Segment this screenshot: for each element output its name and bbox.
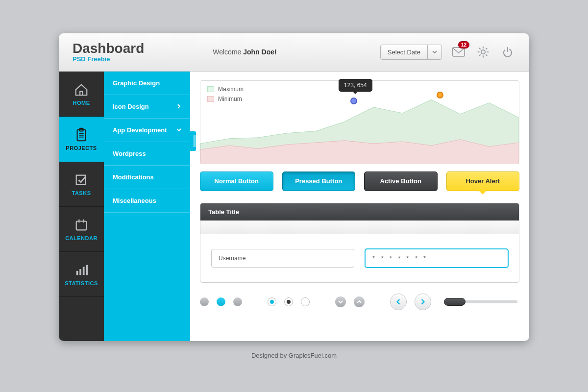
chevron-right-icon xyxy=(176,104,181,109)
radio-dark[interactable] xyxy=(284,297,293,306)
date-select[interactable]: Select Date xyxy=(380,45,442,60)
submenu-item-wordpress[interactable]: Wordpress xyxy=(104,142,190,166)
submenu-item-miscellaneous[interactable]: Miscellaneous xyxy=(104,189,190,213)
pager-dot-active[interactable] xyxy=(217,297,225,306)
chevron-left-icon xyxy=(395,299,401,305)
home-icon xyxy=(74,82,89,97)
svg-line-9 xyxy=(479,54,481,56)
chart-svg xyxy=(200,81,519,165)
panel-title: Table Title xyxy=(200,203,519,220)
nav-item-tasks[interactable]: TASKS xyxy=(59,162,104,207)
table-panel: Table Title Username * * * * * * * xyxy=(200,203,519,283)
brand-subtitle: PSD Freebie xyxy=(73,55,144,63)
body: HOME PROJECTS TASKS CALENDAR STATISTICS … xyxy=(59,72,529,341)
nav-item-calendar[interactable]: CALENDAR xyxy=(59,207,104,252)
svg-rect-17 xyxy=(76,221,87,230)
chevron-up-icon xyxy=(357,299,362,304)
hover-alert-button[interactable]: Hover Alert xyxy=(446,172,520,191)
calendar-icon xyxy=(74,218,89,232)
sidebar-nav: HOME PROJECTS TASKS CALENDAR STATISTICS xyxy=(59,72,104,341)
panel-body: Username * * * * * * * xyxy=(200,234,519,282)
settings-button[interactable] xyxy=(475,44,491,60)
svg-rect-20 xyxy=(76,270,78,274)
chart-tooltip: 123, 654 xyxy=(339,79,372,92)
pressed-button[interactable]: Pressed Button xyxy=(282,172,356,191)
nav-item-home[interactable]: HOME xyxy=(59,72,104,117)
submenu-item-app-development[interactable]: App Development xyxy=(104,119,190,142)
username-input[interactable]: Username xyxy=(211,249,354,268)
svg-line-6 xyxy=(479,48,481,49)
chart-point-highlight[interactable] xyxy=(350,98,357,104)
header-actions: Select Date 12 xyxy=(380,44,515,60)
pager-dot[interactable] xyxy=(200,297,209,306)
chevron-down-icon xyxy=(428,45,441,59)
app-window: Dashboard PSD Freebie Welcome John Doe! … xyxy=(59,33,529,341)
svg-rect-0 xyxy=(453,48,465,56)
collapse-up-button[interactable] xyxy=(354,296,365,307)
svg-rect-21 xyxy=(79,269,81,275)
expand-down-button[interactable] xyxy=(335,296,346,307)
svg-line-8 xyxy=(486,48,487,49)
chevron-down-icon xyxy=(176,127,181,132)
power-button[interactable] xyxy=(500,44,515,60)
prev-button[interactable] xyxy=(390,294,407,310)
submenu-item-icon-design[interactable]: Icon Design xyxy=(104,95,190,119)
mail-button[interactable]: 12 xyxy=(451,44,466,60)
area-chart: Maximum Minimum 123, 654 xyxy=(200,80,519,163)
chevron-right-icon xyxy=(420,299,426,305)
password-input[interactable]: * * * * * * * xyxy=(365,249,508,268)
chevron-down-icon xyxy=(338,299,343,304)
chart-point-secondary[interactable] xyxy=(437,92,443,98)
pager-dot[interactable] xyxy=(233,297,242,306)
slider[interactable] xyxy=(444,300,517,303)
mail-badge: 12 xyxy=(458,41,469,49)
slider-thumb[interactable] xyxy=(444,298,466,306)
clipboard-icon xyxy=(74,127,89,142)
submenu-item-graphic-design[interactable]: Graphic Design xyxy=(104,72,190,95)
gear-icon xyxy=(477,46,490,58)
svg-rect-22 xyxy=(83,267,85,275)
panel-toolbar xyxy=(200,220,519,234)
svg-rect-23 xyxy=(86,265,88,275)
submenu: Graphic Design Icon Design App Developme… xyxy=(104,72,190,341)
brand-title: Dashboard xyxy=(73,42,144,55)
header: Dashboard PSD Freebie Welcome John Doe! … xyxy=(59,33,529,72)
welcome-text: Welcome John Doe! xyxy=(213,48,276,56)
radio-cyan[interactable] xyxy=(268,297,276,306)
active-button[interactable]: Active Button xyxy=(364,172,438,191)
control-row xyxy=(200,294,519,310)
credit-text: Designed by GrapicsFuel.com xyxy=(251,352,337,359)
nav-item-statistics[interactable]: STATISTICS xyxy=(59,252,104,297)
power-icon xyxy=(501,46,514,58)
bars-icon xyxy=(74,263,89,277)
nav-item-projects[interactable]: PROJECTS xyxy=(59,117,104,162)
svg-point-1 xyxy=(481,50,485,54)
brand: Dashboard PSD Freebie xyxy=(73,42,144,63)
normal-button[interactable]: Normal Button xyxy=(200,172,273,191)
check-icon xyxy=(74,172,89,187)
date-select-label: Select Date xyxy=(381,45,428,59)
main-content: Maximum Minimum 123, 654 Normal Button P… xyxy=(190,72,529,341)
next-button[interactable] xyxy=(415,294,431,310)
submenu-item-modifications[interactable]: Modifications xyxy=(104,166,190,189)
radio-empty[interactable] xyxy=(301,297,310,306)
svg-line-7 xyxy=(486,54,487,56)
button-row: Normal Button Pressed Button Active Butt… xyxy=(200,172,519,191)
